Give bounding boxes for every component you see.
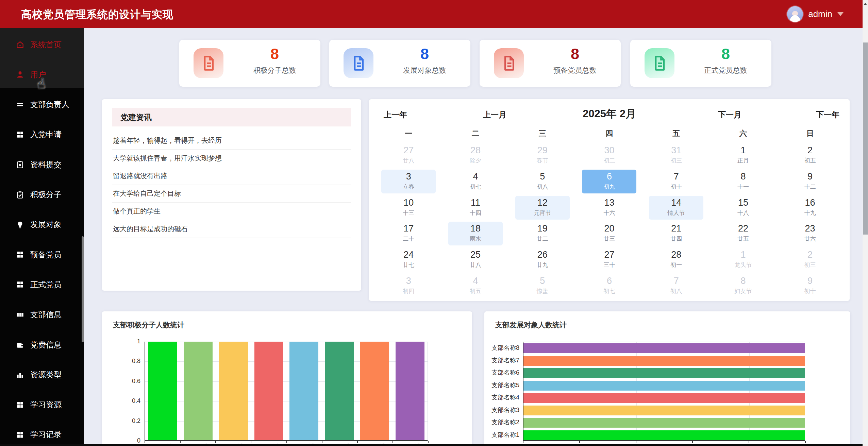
y-axis-category-label: 支部名称6 <box>486 368 519 377</box>
sidebar-item-12[interactable]: 资源类型 <box>0 365 84 384</box>
calendar-day-cell[interactable]: 25廿八 <box>442 247 509 273</box>
calendar-day-lunar: 立春 <box>381 183 436 191</box>
calendar-day-cell[interactable]: 1正月 <box>710 143 777 169</box>
calendar-day-cell[interactable]: 28初一 <box>643 247 710 273</box>
calendar-day-cell[interactable]: 8妇女节 <box>710 273 777 299</box>
news-item-4[interactable]: 在大学给自己定个目标 <box>112 185 351 203</box>
calendar-day-cell[interactable]: 29春节 <box>509 143 576 169</box>
news-item-5[interactable]: 做个真正的学生 <box>112 203 351 220</box>
calendar-day-cell[interactable]: 16十九 <box>777 195 844 221</box>
sidebar-item-11[interactable]: 党费信息 <box>0 335 84 355</box>
calendar-day-cell[interactable]: 21廿四 <box>643 221 710 247</box>
calendar-day-cell[interactable]: 4初七 <box>442 169 509 195</box>
calendar-day-cell[interactable]: 10十三 <box>375 195 442 221</box>
calendar-day-cell[interactable]: 9初十 <box>777 273 844 299</box>
sidebar-item-9[interactable]: 正式党员 <box>0 275 84 294</box>
stat-card-icon-tile <box>194 48 223 78</box>
calendar-day-lunar: 初一 <box>649 261 703 269</box>
y-axis-category-label: 支部名称3 <box>486 406 519 414</box>
sidebar-item-14[interactable]: 学习记录 <box>0 425 84 445</box>
sidebar-item-3[interactable]: 支部负责人 <box>0 95 84 115</box>
home-icon <box>16 40 24 49</box>
calendar-day-cell[interactable]: 12元宵节 <box>509 195 576 221</box>
sidebar-item-4[interactable]: 入党申请 <box>0 125 84 144</box>
sidebar-item-8[interactable]: 预备党员 <box>0 245 84 264</box>
calendar-day-cell[interactable]: 4初五 <box>442 273 509 299</box>
calendar-day-cell[interactable]: 19廿二 <box>509 221 576 247</box>
calendar-next-year-button[interactable]: 下一年 <box>816 109 839 120</box>
calendar-day-cell[interactable]: 6初七 <box>576 273 643 299</box>
calendar-day-cell[interactable]: 8十一 <box>710 169 777 195</box>
x-axis-tick <box>393 441 393 443</box>
x-axis-tick <box>523 441 523 443</box>
avatar[interactable] <box>787 6 803 22</box>
calendar-day-cell[interactable]: 20廿三 <box>576 221 643 247</box>
calendar-day-cell[interactable]: 2初五 <box>777 143 844 169</box>
page-scrollbar-thumb[interactable] <box>863 42 868 235</box>
calendar-day-cell[interactable]: 1龙头节 <box>710 247 777 273</box>
stat-card-icon-tile <box>494 48 524 78</box>
calendar-day-cell[interactable]: 18雨水 <box>442 221 509 247</box>
stat-card-icon-tile <box>645 48 674 78</box>
calendar-day-cell[interactable]: 24廿七 <box>375 247 442 273</box>
scrollbar-up-icon[interactable] <box>864 1 867 5</box>
calendar-day-cell[interactable]: 13十六 <box>576 195 643 221</box>
sidebar-item-13[interactable]: 学习资源 <box>0 395 84 415</box>
calendar-day-cell[interactable]: 15十八 <box>710 195 777 221</box>
sidebar-item-10[interactable]: 支部信息 <box>0 305 84 325</box>
bar-支部名称3 <box>219 342 248 440</box>
calendar-next-month-button[interactable]: 下一月 <box>718 109 741 120</box>
bar-支部名称1 <box>523 430 805 440</box>
sidebar-item-5[interactable]: 资料提交 <box>0 155 84 174</box>
stat-card-icon-tile <box>344 48 373 78</box>
calendar-day-cell[interactable]: 31初三 <box>643 143 710 169</box>
calendar-day-cell[interactable]: 28除夕 <box>442 143 509 169</box>
bar-支部名称8 <box>523 343 805 353</box>
calendar-day-lunar: 初七 <box>448 183 503 191</box>
page-scrollbar[interactable] <box>863 0 868 446</box>
user-menu[interactable]: admin <box>787 0 844 28</box>
calendar-day-cell[interactable]: 22廿五 <box>710 221 777 247</box>
news-item-1[interactable]: 趁着年轻，输得起，看得开，去经历 <box>112 132 351 150</box>
calendar-day-cell[interactable]: 27廿八 <box>375 143 442 169</box>
y-axis-tick-label: 0.6 <box>122 378 140 385</box>
calendar-day-cell[interactable]: 26廿九 <box>509 247 576 273</box>
calendar-day-number: 13 <box>582 198 636 208</box>
calendar-day-cell[interactable]: 27三十 <box>576 247 643 273</box>
calendar-day-cell[interactable]: 14情人节 <box>643 195 710 221</box>
calendar-day-cell[interactable]: 7初十 <box>643 169 710 195</box>
calendar-day-cell[interactable]: 5惊蛰 <box>509 273 576 299</box>
calendar-day-cell[interactable]: 11十四 <box>442 195 509 221</box>
sidebar-item-1[interactable]: 系统首页 <box>0 35 84 54</box>
calendar-day-cell[interactable]: 30初二 <box>576 143 643 169</box>
calendar-day-number: 4 <box>448 171 503 182</box>
calendar-day-number: 8 <box>716 276 770 286</box>
news-item-3[interactable]: 留退路就没有出路 <box>112 167 351 185</box>
news-item-2[interactable]: 大学就该抓住青春，用汗水实现梦想 <box>112 150 351 167</box>
calendar-day-number: 26 <box>515 250 570 260</box>
calendar-day-cell[interactable]: 9十二 <box>777 169 844 195</box>
lightbulb-icon <box>16 220 24 229</box>
calendar-day-number: 15 <box>716 198 770 208</box>
y-axis-category-label: 支部名称5 <box>486 381 519 389</box>
user-icon <box>16 70 24 79</box>
calendar-day-lunar: 廿八 <box>381 157 436 165</box>
calendar-day-cell[interactable]: 3初四 <box>375 273 442 299</box>
calendar-day-cell[interactable]: 7初八 <box>643 273 710 299</box>
calendar-day-lunar: 情人节 <box>649 209 703 217</box>
calendar-day-cell-selected[interactable]: 6初九 <box>576 169 643 195</box>
sidebar-item-6[interactable]: 积极分子 <box>0 185 84 205</box>
calendar-day-cell[interactable]: 5初八 <box>509 169 576 195</box>
calendar-day-cell[interactable]: 23廿六 <box>777 221 844 247</box>
calendar-day-number: 30 <box>582 145 636 156</box>
calendar-day-cell[interactable]: 3立春 <box>375 169 442 195</box>
username: admin <box>808 9 832 19</box>
sidebar-item-7[interactable]: 发展对象 <box>0 215 84 235</box>
sidebar-scrollbar-thumb[interactable] <box>82 236 84 342</box>
calendar-day-cell[interactable]: 17二十 <box>375 221 442 247</box>
calendar-day-number: 3 <box>381 276 436 286</box>
sidebar-item-label: 资料提交 <box>30 159 62 170</box>
histogram-icon <box>16 370 24 379</box>
news-item-6[interactable]: 远大的目标是成功的磁石 <box>112 220 351 238</box>
calendar-day-cell[interactable]: 2初三 <box>777 247 844 273</box>
